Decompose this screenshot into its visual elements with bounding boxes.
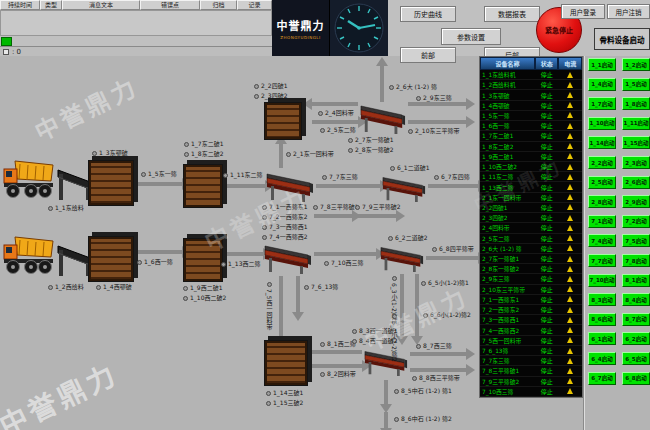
diagram-label-l113: 1_13西二筛: [221, 261, 260, 267]
param-settings-button[interactable]: 参数设置: [441, 28, 501, 45]
truck-east[interactable]: [2, 156, 56, 202]
start-button-2_2[interactable]: 2_2启动: [588, 156, 616, 169]
start-button-1_8[interactable]: 1_8启动: [622, 97, 650, 110]
alarm-column-5[interactable]: 记录: [237, 0, 272, 10]
start-button-1_4[interactable]: 1_4启动: [588, 78, 616, 91]
flow-arrow: [428, 184, 478, 188]
alarm-list-area[interactable]: [0, 10, 272, 36]
start-button-6_8[interactable]: 6_8启动: [622, 372, 650, 385]
flow-arrow: [312, 364, 362, 368]
diagram-label-l26: 2_6大 (1-2) 筛: [389, 84, 437, 90]
crusher-1_9-1_10[interactable]: [183, 238, 223, 282]
start-button-1_10[interactable]: 1_10启动: [588, 117, 616, 130]
start-button-8_3[interactable]: 8_3启动: [588, 293, 616, 306]
device-current-cell: [558, 102, 582, 108]
table-row: 1_3东颚破停止: [480, 90, 582, 100]
jaw-crusher-1_3[interactable]: [88, 160, 134, 206]
diagram-label-l17: 1_7东二破1: [184, 141, 223, 147]
start-button-6_7[interactable]: 6_7启动: [588, 372, 616, 385]
start-button-2_5[interactable]: 2_5启动: [588, 176, 616, 189]
crusher-1_7-1_8[interactable]: [183, 164, 223, 208]
indicator-dot: [320, 128, 325, 133]
start-button-2_9[interactable]: 2_9启动: [622, 195, 650, 208]
device-name-cell: 1_13西二筛: [480, 183, 535, 192]
device-status-cell: 停止: [535, 336, 559, 345]
start-button-8_7[interactable]: 8_7启动: [622, 313, 650, 326]
start-button-1_1[interactable]: 1_1启动: [588, 58, 616, 71]
device-label: 7_5西一回料带: [266, 289, 272, 330]
table-row: 1_6西一筛停止: [480, 121, 582, 131]
alarm-column-3[interactable]: 错误点: [140, 0, 200, 10]
device-label: 6_1二道破1: [397, 165, 429, 171]
alarm-column-4[interactable]: 归档: [200, 0, 237, 10]
start-button-6_4[interactable]: 6_4启动: [588, 352, 616, 365]
indicator-dot: [137, 260, 142, 265]
vibrating-screen-6_1[interactable]: [382, 174, 426, 202]
start-button-6_1[interactable]: 6_1启动: [588, 332, 616, 345]
vibrating-screen-west-2[interactable]: [264, 242, 312, 274]
device-status-cell: 停止: [535, 234, 559, 243]
crusher-1_14-1_15[interactable]: [264, 340, 308, 386]
alarm-column-1[interactable]: 类型: [40, 0, 62, 10]
jaw-crusher-1_4[interactable]: [88, 236, 134, 282]
start-button-1_15[interactable]: 1_15启动: [622, 136, 650, 149]
device-current-cell: [558, 112, 582, 118]
vibrating-screen-east-2[interactable]: [266, 170, 314, 202]
start-button-8_6[interactable]: 8_6启动: [588, 313, 616, 326]
flow-arrow: [356, 214, 396, 218]
device-current-cell: [558, 72, 582, 78]
flow-arrow: [384, 412, 388, 428]
start-button-7_8[interactable]: 7_8启动: [622, 254, 650, 267]
current-warning-icon: [567, 368, 573, 374]
start-button-6_2[interactable]: 6_2启动: [622, 332, 650, 345]
start-button-7_5[interactable]: 7_5启动: [622, 234, 650, 247]
user-logout-button[interactable]: 用户注销: [607, 4, 650, 19]
device-current-cell: [558, 368, 582, 374]
data-report-button[interactable]: 数据报表: [484, 6, 540, 22]
device-label: 1_8东二破2: [191, 151, 223, 157]
diagram-label-l75: 7_5西一回料带: [266, 282, 272, 330]
diagram-label-l84: 8_4西一道破2: [352, 338, 397, 344]
alarm-column-0[interactable]: 持续时间: [0, 0, 40, 10]
user-login-button[interactable]: 用户登录: [561, 4, 605, 19]
diagram-label-l74: 7_4一西筛西2: [262, 234, 307, 240]
start-button-2_8[interactable]: 2_8启动: [588, 195, 616, 208]
device-status-cell: 停止: [535, 295, 559, 304]
vibrating-screen-8x[interactable]: [364, 348, 408, 376]
start-button-1_14[interactable]: 1_14启动: [588, 136, 616, 149]
device-status-cell: 停止: [535, 193, 559, 202]
diagram-label-l14: 1_4西颚破: [96, 284, 132, 290]
crusher-2_2-2_3[interactable]: [264, 102, 302, 140]
history-curve-button[interactable]: 历史曲线: [400, 6, 456, 22]
table-row: 7_6_13筛停止: [480, 346, 582, 356]
alarm-table-header: 持续时间类型消息文本错误点归档记录: [0, 0, 272, 10]
start-button-7_1[interactable]: 7_1启动: [588, 215, 616, 228]
vibrating-screen-2x[interactable]: [360, 102, 406, 134]
flow-arrow: [415, 274, 419, 336]
equipment-table-body: 1_1东给料机停止1_2西给料机停止1_3东颚破停止1_4西颚破停止1_5东一筛…: [480, 70, 582, 397]
start-button-8_1[interactable]: 8_1启动: [622, 274, 650, 287]
start-button-7_2[interactable]: 7_2启动: [622, 215, 650, 228]
device-current-cell: [558, 348, 582, 354]
start-button-2_6[interactable]: 2_6启动: [622, 176, 650, 189]
start-button-7_7[interactable]: 7_7启动: [588, 254, 616, 267]
device-label: 2_2四破1: [261, 83, 287, 89]
table-row: 2_10东三平筛带停止: [480, 285, 582, 295]
alarm-column-2[interactable]: 消息文本: [62, 0, 140, 10]
current-warning-icon: [567, 92, 573, 98]
start-button-6_5[interactable]: 6_5启动: [622, 352, 650, 365]
start-button-7_10[interactable]: 7_10启动: [588, 274, 616, 287]
start-button-1_7[interactable]: 1_7启动: [588, 97, 616, 110]
diagram-label-l67: 6_7东四筛: [434, 174, 470, 180]
start-button-1_11[interactable]: 1_11启动: [622, 117, 650, 130]
current-warning-icon: [567, 378, 573, 384]
start-button-7_4[interactable]: 7_4启动: [588, 234, 616, 247]
device-name-cell: 2_9东三筛: [480, 274, 535, 283]
start-panel-title: 骨料设备启动: [594, 28, 650, 50]
truck-west[interactable]: [2, 232, 56, 278]
start-button-8_4[interactable]: 8_4启动: [622, 293, 650, 306]
vibrating-screen-6_2[interactable]: [380, 244, 424, 272]
start-button-1_2[interactable]: 1_2启动: [622, 58, 650, 71]
start-button-2_3[interactable]: 2_3启动: [622, 156, 650, 169]
start-button-1_5[interactable]: 1_5启动: [622, 78, 650, 91]
